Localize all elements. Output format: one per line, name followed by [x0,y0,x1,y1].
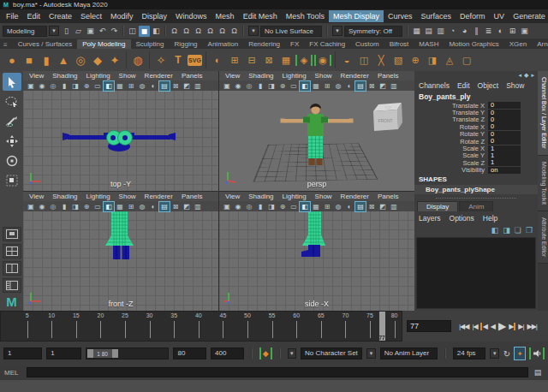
layer-tab-anim[interactable]: Anim [459,201,493,211]
bookmarks-icon[interactable]: ▮ [59,202,69,211]
speed-medium-icon[interactable]: ◆ [524,72,528,79]
quad-draw-icon[interactable]: ▧ [390,55,406,66]
menu-curves[interactable]: Curves [384,10,417,22]
menu-generate[interactable]: Generate [509,10,548,22]
menu-mesh-display[interactable]: Mesh Display [329,10,384,22]
menu-set-dropdown[interactable]: Modeling [3,26,47,37]
textured-icon[interactable]: ⊞ [126,202,136,211]
symmetry-arrow-icon[interactable]: ▼ [332,26,342,36]
command-language-toggle[interactable]: MEL [4,369,23,377]
multisample-icon[interactable]: ◩ [378,202,388,211]
2d-pan-zoom-icon[interactable]: ⊕ [277,202,288,211]
poly-cube-icon[interactable]: ■ [21,54,37,67]
live-surface-arrow-icon[interactable]: ▼ [248,26,259,36]
textured-icon[interactable]: ⊞ [322,202,332,211]
current-time-marker[interactable]: 77 [379,312,385,341]
screen-space-ao-icon[interactable]: ▤ [355,202,366,211]
grease-pencil-icon[interactable]: ▭ [289,81,299,91]
create-empty-layer-icon[interactable]: ❏ [515,226,521,235]
channel-value-field[interactable]: 0 [488,138,521,145]
layer-list[interactable] [416,237,536,309]
select-hierarchy-icon[interactable]: ◫ [127,26,138,37]
panel-tab-attribute-editor[interactable]: Attribute Editor [538,211,548,264]
shadows-icon[interactable]: ◐ [148,81,158,91]
menu-deform[interactable]: Deform [456,10,490,22]
shelf-tab-mash[interactable]: MASH [414,39,444,49]
render-settings-icon[interactable]: ◔ [447,26,458,37]
viewport-side[interactable]: ViewShadingLightingShowRendererPanels ▣◉… [219,192,414,311]
wireframe-icon[interactable]: ◧ [300,202,310,211]
lasso-tool-button[interactable] [3,92,21,110]
poly-platonic-icon[interactable]: ◍ [130,54,146,67]
vp-menu-show[interactable]: Show [311,72,337,80]
auto-keyframe-toggle[interactable]: ✦ [515,347,525,359]
shelf-tab-bifrost[interactable]: Bifrost [384,39,414,49]
range-start-handle[interactable] [87,349,93,358]
shelf-menu-icon[interactable]: ≡ [3,41,8,49]
poly-sphere-icon[interactable]: ● [4,54,20,67]
channel-menu-channels[interactable]: Channels [419,81,450,90]
poly-cylinder-icon[interactable]: ▮ [39,54,54,67]
channel-menu-object[interactable]: Object [478,81,499,90]
image-plane-icon[interactable]: ◨ [266,81,277,91]
motion-blur-icon[interactable]: ⊠ [170,81,181,91]
exposure-icon[interactable]: ▥ [193,81,203,91]
vp-menu-shading[interactable]: Shading [48,72,81,80]
viewport-top[interactable]: ViewShadingLightingShowRendererPanels ▣◉… [23,71,218,191]
go-to-start-button[interactable]: |◀◀ [458,323,469,330]
shadows-icon[interactable]: ◐ [344,202,354,211]
wireframe-icon[interactable]: ◧ [300,81,310,91]
lattice-icon[interactable]: ▢ [459,55,474,66]
set-key-icon[interactable]: ◆ [259,347,272,359]
snap-point-icon[interactable]: Ω [193,26,204,37]
shelf-tab-xgen[interactable]: XGen [504,39,532,49]
vp-menu-panels[interactable]: Panels [373,72,402,80]
go-to-end-button[interactable]: ▶▶| [527,323,538,330]
render-view-icon[interactable]: ▦ [411,26,422,37]
camera-attributes-icon[interactable]: ◎ [244,81,254,91]
vp-menu-lighting[interactable]: Lighting [278,72,311,80]
vp-menu-show[interactable]: Show [115,72,140,80]
exposure-icon[interactable]: ▥ [193,202,203,211]
camera-attributes-icon[interactable]: ◎ [244,202,254,211]
lock-camera-icon[interactable]: ◉ [37,81,47,91]
channel-value-field[interactable]: on [488,167,521,174]
hypershade-icon[interactable]: ◐ [495,26,506,37]
select-camera-icon[interactable]: ▣ [26,81,36,91]
menu-edit[interactable]: Edit [23,10,45,22]
vp-menu-shading[interactable]: Shading [244,72,277,80]
snap-view-plane-icon[interactable]: Ω [217,26,228,37]
undo-icon[interactable]: ↶ [97,26,108,37]
screen-space-ao-icon[interactable]: ▤ [355,81,366,91]
shadows-icon[interactable]: ◐ [344,81,354,91]
motion-blur-icon[interactable]: ⊠ [366,202,377,211]
node-editor-icon[interactable]: ≣ [483,26,494,37]
time-ruler[interactable]: 77 5101520253035404550556065707580 [0,311,402,342]
speed-fast-icon[interactable]: ▸ [531,72,534,79]
menu-mesh[interactable]: Mesh [211,10,239,22]
save-scene-icon[interactable]: ▣ [85,26,96,37]
mirror-icon[interactable]: ◨ [425,55,440,66]
vp-menu-renderer[interactable]: Renderer [140,193,177,200]
shaded-icon[interactable]: ▦ [115,202,125,211]
vp-menu-view[interactable]: View [25,72,48,80]
shaded-icon[interactable]: ▦ [311,202,321,211]
viewport-persp[interactable]: ViewShadingLightingShowRendererPanels ▣◉… [219,71,414,191]
live-surface-field[interactable]: No Live Surface [260,26,322,37]
redo-icon[interactable]: ↷ [109,26,120,37]
menu-uv[interactable]: UV [490,10,509,22]
use-all-lights-icon[interactable]: ◍ [137,81,147,91]
panel-tab-modeling-toolkit[interactable]: Modeling Toolkit [538,156,548,211]
menu-mesh-tools[interactable]: Mesh Tools [282,10,329,22]
playback-range-bar[interactable]: 1 80 [86,347,170,359]
channel-menu-edit[interactable]: Edit [457,81,470,90]
playback-end-field[interactable]: 80 [173,347,206,359]
sculpt-icon[interactable]: ◬ [442,55,457,66]
shelf-tab-fx-caching[interactable]: FX Caching [304,39,350,49]
shape-node-name[interactable]: Boy_pants_plyShape [414,185,538,194]
combine-icon[interactable]: ⊞ [227,55,242,66]
extrude-icon[interactable]: ◈ [295,55,313,66]
lock-camera-icon[interactable]: ◉ [233,202,243,211]
menu-create[interactable]: Create [45,10,76,22]
new-scene-icon[interactable]: ▯ [61,26,72,37]
